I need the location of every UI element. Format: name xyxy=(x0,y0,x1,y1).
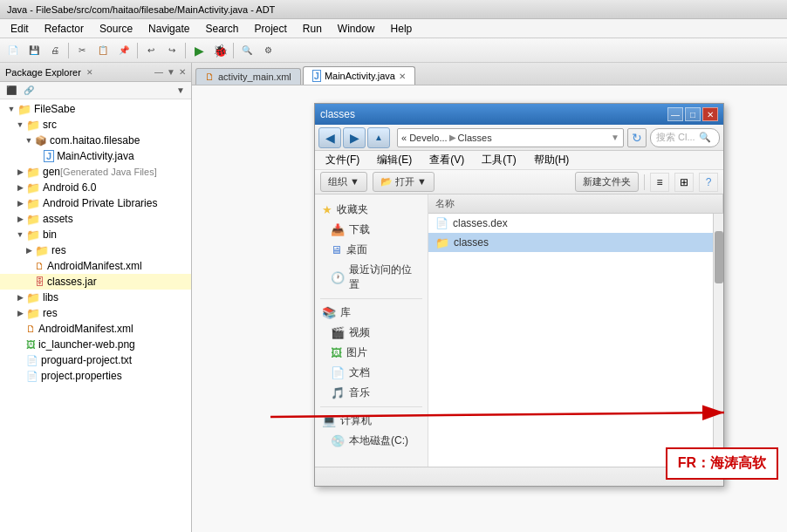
tab-mainactivity-java[interactable]: J MainActivity.java ✕ xyxy=(303,66,415,85)
toolbar-redo[interactable]: ↪ xyxy=(162,41,181,60)
toolbar-save[interactable]: 💾 xyxy=(24,41,44,60)
tree-item-src[interactable]: ▼ 📁 src xyxy=(0,117,191,133)
fb-path-separator: ▶ xyxy=(449,133,456,142)
toolbar-debug[interactable]: 🐞 xyxy=(210,41,229,60)
fb-sidebar-computer[interactable]: 💻 计算机 xyxy=(315,411,428,431)
toolbar-settings[interactable]: ⚙ xyxy=(258,41,277,60)
toolbar-new[interactable]: 📄 xyxy=(3,41,23,60)
fb-view-list-btn[interactable]: ≡ xyxy=(650,173,669,192)
menu-navigate[interactable]: Navigate xyxy=(141,21,196,37)
menu-window[interactable]: Window xyxy=(331,21,382,37)
panel-header: Package Explorer ✕ — ▼ ✕ xyxy=(0,63,191,82)
fb-sidebar-label: 本地磁盘(C:) xyxy=(349,433,408,448)
fb-sidebar-favorites[interactable]: ★ 收藏夹 xyxy=(315,200,428,220)
fb-up-btn[interactable]: ▲ xyxy=(367,127,390,148)
fb-sidebar-label: 收藏夹 xyxy=(337,202,368,217)
title-bar: Java - FileSabe/src/com/haitao/filesabe/… xyxy=(0,0,787,19)
tab-close-btn[interactable]: ✕ xyxy=(399,72,406,81)
folder-icon: 📁 xyxy=(26,119,40,132)
fb-maximize-btn[interactable]: □ xyxy=(685,107,701,121)
fb-files-list: 📄 classes.dex 📁 classes xyxy=(428,214,713,467)
menu-source[interactable]: Source xyxy=(92,21,140,37)
collapse-all-btn[interactable]: ⬛ xyxy=(3,85,19,96)
tree-item-bin[interactable]: ▼ 📁 bin xyxy=(0,227,191,242)
tree-arrow: ▶ xyxy=(16,309,24,317)
link-editor-btn[interactable]: 🔗 xyxy=(21,85,37,96)
fb-sidebar-library[interactable]: 📚 库 xyxy=(315,303,428,323)
fb-sidebar-downloads[interactable]: 📥 下载 xyxy=(315,220,428,240)
tree-item-proguard[interactable]: 📄 proguard-project.txt xyxy=(0,352,191,368)
fb-minimize-btn[interactable]: — xyxy=(667,107,683,121)
menu-help[interactable]: Help xyxy=(384,21,420,37)
menu-edit[interactable]: Edit xyxy=(3,21,36,37)
tree-arrow: ▶ xyxy=(24,246,33,255)
fb-sidebar-photos[interactable]: 🖼 图片 xyxy=(315,343,428,363)
fb-view-detail-btn[interactable]: ⊞ xyxy=(674,173,694,192)
tree-item-project-props[interactable]: 📄 project.properties xyxy=(0,368,191,384)
tree-item-assets[interactable]: ▶ 📁 assets xyxy=(0,211,191,227)
fb-action-sep xyxy=(644,174,645,190)
toolbar-search[interactable]: 🔍 xyxy=(237,41,257,60)
fb-new-folder-btn[interactable]: 新建文件夹 xyxy=(575,172,639,192)
fb-path-dropdown-icon[interactable]: ▼ xyxy=(611,133,619,142)
fb-menu-edit[interactable]: 编辑(E) xyxy=(370,151,419,169)
menu-refactor[interactable]: Refactor xyxy=(38,21,91,37)
fb-sidebar-sep xyxy=(320,298,422,299)
toolbar-print[interactable]: 🖨 xyxy=(45,41,65,60)
fb-refresh-btn[interactable]: ↻ xyxy=(627,128,647,147)
tree-item-package[interactable]: ▼ 📦 com.haitao.filesabe xyxy=(0,133,191,148)
panel-close-icon[interactable]: ✕ xyxy=(179,67,186,77)
fb-open-btn[interactable]: 📂 打开 ▼ xyxy=(373,172,435,192)
tree-item-root-manifest[interactable]: 🗋 AndroidManifest.xml xyxy=(0,321,191,337)
folder-icon: 📁 xyxy=(26,291,40,304)
fb-sidebar-video[interactable]: 🎬 视频 xyxy=(315,323,428,343)
tree-item-filesabe[interactable]: ▼ 📁 FileSabe xyxy=(0,101,191,117)
toolbar-copy[interactable]: 📋 xyxy=(93,41,113,60)
fb-sidebar-music[interactable]: 🎵 音乐 xyxy=(315,383,428,403)
tree-item-bin-manifest[interactable]: 🗋 AndroidManifest.xml xyxy=(0,258,191,274)
fb-scrollbar-thumb[interactable] xyxy=(715,231,723,283)
fb-organize-btn[interactable]: 组织 ▼ xyxy=(320,172,367,192)
fb-menu-tools[interactable]: 工具(T) xyxy=(475,151,523,169)
toolbar-run[interactable]: ▶ xyxy=(189,41,209,60)
toolbar-paste[interactable]: 📌 xyxy=(114,41,133,60)
tree-item-launcher-png[interactable]: 🖼 ic_launcher-web.png xyxy=(0,337,191,352)
fb-close-btn[interactable]: ✕ xyxy=(702,107,718,121)
fb-sidebar-documents[interactable]: 📄 文档 xyxy=(315,363,428,383)
tree-item-libs[interactable]: ▶ 📁 libs xyxy=(0,290,191,305)
tree-item-android60[interactable]: ▶ 📁 Android 6.0 xyxy=(0,180,191,195)
view-menu-btn[interactable]: ▼ xyxy=(174,85,188,96)
toolbar-cut[interactable]: ✂ xyxy=(72,41,92,60)
tree-item-mainactivity[interactable]: J MainActivity.java xyxy=(0,148,191,164)
tree-item-android-private[interactable]: ▶ 📁 Android Private Libraries xyxy=(0,195,191,211)
panel-menu-icon[interactable]: ▼ xyxy=(167,67,175,77)
fb-sidebar-drive-c[interactable]: 💿 本地磁盘(C:) xyxy=(315,431,428,451)
menu-run[interactable]: Run xyxy=(296,21,329,37)
dex-icon: 📄 xyxy=(435,217,448,229)
tree-item-res[interactable]: ▶ 📁 res xyxy=(0,305,191,321)
fb-sidebar-recent[interactable]: 🕐 最近访问的位置 xyxy=(315,260,428,295)
fb-col-name[interactable]: 名称 xyxy=(428,194,723,213)
fb-sidebar-desktop[interactable]: 🖥 桌面 xyxy=(315,240,428,260)
fb-path-bar[interactable]: « Develo... ▶ Classes ▼ xyxy=(397,128,624,147)
tab-activity-xml[interactable]: 🗋 activity_main.xml xyxy=(195,68,301,85)
menu-project[interactable]: Project xyxy=(247,21,293,37)
tree-item-bin-res[interactable]: ▶ 📁 res xyxy=(0,242,191,258)
toolbar-undo[interactable]: ↩ xyxy=(141,41,161,60)
menu-search[interactable]: Search xyxy=(198,21,245,37)
fb-back-btn[interactable]: ◀ xyxy=(318,127,341,148)
fb-menu-file[interactable]: 文件(F) xyxy=(318,151,366,169)
fb-search-bar[interactable]: 搜索 Cl... 🔍 xyxy=(650,128,720,147)
fb-menu-view[interactable]: 查看(V) xyxy=(422,151,471,169)
fb-file-classes[interactable]: 📁 classes xyxy=(428,233,713,252)
fb-scrollbar[interactable] xyxy=(713,214,723,467)
fb-forward-btn[interactable]: ▶ xyxy=(343,127,366,148)
panel-minimize-icon[interactable]: — xyxy=(154,67,163,77)
tree-item-classes-jar[interactable]: 🗄 classes.jar xyxy=(0,274,191,290)
tree-item-gen[interactable]: ▶ 📁 gen [Generated Java Files] xyxy=(0,164,191,180)
fb-file-classes-dex[interactable]: 📄 classes.dex xyxy=(428,214,713,233)
fb-menu-help[interactable]: 帮助(H) xyxy=(527,151,577,169)
tree-label: libs xyxy=(43,291,58,304)
fb-help-btn[interactable]: ? xyxy=(699,173,718,192)
toolbar-sep-2 xyxy=(137,43,138,58)
